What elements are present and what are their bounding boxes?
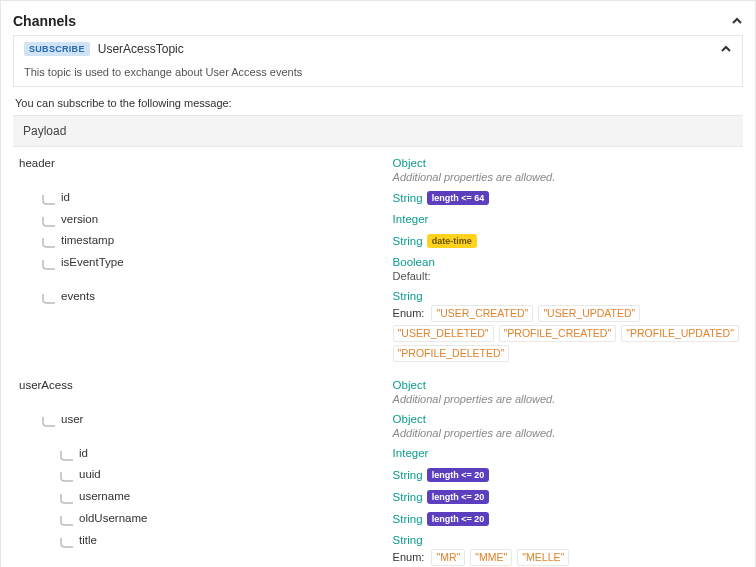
type-label: String [393, 491, 423, 503]
payload-header: Payload [13, 115, 743, 147]
tree-branch-icon [59, 471, 75, 481]
type-label: String [393, 469, 423, 481]
field-name: title [79, 534, 97, 546]
enum-label: Enum: [393, 307, 425, 319]
constraint-pill: length <= 20 [427, 512, 490, 526]
enum-value: "MME" [470, 549, 512, 566]
schema-row: isEventType Boolean Default: [13, 252, 743, 286]
chevron-up-icon [720, 43, 732, 55]
additional-props-note: Additional properties are allowed. [393, 427, 743, 439]
tree-branch-icon [41, 194, 57, 204]
schema-row: header Object Additional properties are … [13, 153, 743, 187]
tree-branch-icon [41, 237, 57, 247]
topic-name: UserAcessTopic [98, 42, 184, 56]
tree-branch-icon [41, 416, 57, 426]
schema-row: uuid String length <= 20 [13, 464, 743, 486]
field-name: id [61, 191, 70, 203]
schema-row: title String Enum: "MR" "MME" "MELLE" [13, 530, 743, 567]
constraint-pill: length <= 64 [427, 191, 490, 205]
type-label: Object [393, 379, 426, 391]
type-label: Object [393, 157, 426, 169]
topic-header[interactable]: SUBSCRIBE UserAcessTopic [14, 36, 742, 62]
chevron-up-icon [731, 15, 743, 27]
additional-props-note: Additional properties are allowed. [393, 171, 743, 183]
enum-value: "PROFILE_DELETED" [393, 345, 510, 362]
subscribe-badge: SUBSCRIBE [24, 42, 90, 56]
schema-body: header Object Additional properties are … [13, 147, 743, 567]
schema-row: username String length <= 20 [13, 486, 743, 508]
field-name: oldUsername [79, 512, 147, 524]
type-label: String [393, 513, 423, 525]
type-label: Object [393, 413, 426, 425]
channels-title: Channels [13, 13, 76, 29]
channels-header[interactable]: Channels [13, 9, 743, 35]
schema-row: userAcess Object Additional properties a… [13, 375, 743, 409]
type-label: String [393, 290, 423, 302]
tree-branch-icon [41, 259, 57, 269]
schema-row: id Integer [13, 443, 743, 464]
topic-description: This topic is used to exchange about Use… [14, 62, 742, 86]
tree-branch-icon [59, 493, 75, 503]
field-name: userAcess [19, 379, 73, 391]
constraint-pill: length <= 20 [427, 468, 490, 482]
field-name: isEventType [61, 256, 124, 268]
tree-branch-icon [41, 293, 57, 303]
enum-label: Enum: [393, 551, 425, 563]
enum-value: "MR" [431, 549, 465, 566]
additional-props-note: Additional properties are allowed. [393, 393, 743, 405]
field-name: uuid [79, 468, 101, 480]
type-label: String [393, 235, 423, 247]
enum-value: "MELLE" [517, 549, 569, 566]
enum-value: "USER_DELETED" [393, 325, 494, 342]
tree-branch-icon [59, 537, 75, 547]
schema-row: events String Enum: "USER_CREATED" "USER… [13, 286, 743, 369]
default-label: Default: [393, 270, 743, 282]
tree-branch-icon [41, 216, 57, 226]
enum-value: "USER_CREATED" [431, 305, 533, 322]
schema-row: user Object Additional properties are al… [13, 409, 743, 443]
field-name: events [61, 290, 95, 302]
tree-branch-icon [59, 450, 75, 460]
subscribe-note: You can subscribe to the following messa… [15, 97, 741, 109]
tree-branch-icon [59, 515, 75, 525]
format-pill: date-time [427, 234, 477, 248]
field-name: id [79, 447, 88, 459]
enum-value: "USER_UPDATED" [538, 305, 640, 322]
type-label: Integer [393, 447, 429, 459]
field-name: username [79, 490, 130, 502]
enum-value: "PROFILE_CREATED" [499, 325, 617, 342]
type-label: Integer [393, 213, 429, 225]
enum-value: "PROFILE_UPDATED" [621, 325, 739, 342]
type-label: String [393, 192, 423, 204]
field-name: timestamp [61, 234, 114, 246]
field-name: version [61, 213, 98, 225]
field-name: user [61, 413, 83, 425]
constraint-pill: length <= 20 [427, 490, 490, 504]
type-label: Boolean [393, 256, 435, 268]
schema-row: timestamp String date-time [13, 230, 743, 252]
field-name: header [19, 157, 55, 169]
topic-box: SUBSCRIBE UserAcessTopic This topic is u… [13, 35, 743, 87]
schema-row: id String length <= 64 [13, 187, 743, 209]
type-label: String [393, 534, 423, 546]
schema-row: oldUsername String length <= 20 [13, 508, 743, 530]
schema-row: version Integer [13, 209, 743, 230]
